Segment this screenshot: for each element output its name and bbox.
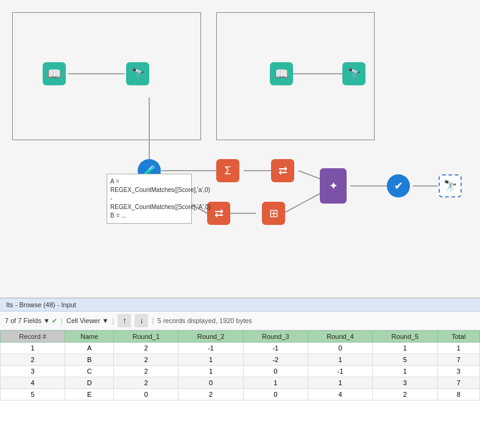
- col-record: Record #: [1, 331, 65, 343]
- table-row: 5E020428: [1, 389, 480, 400]
- transpose-tool-1[interactable]: ⇄: [271, 159, 294, 182]
- table-row: 1A2-1-1011: [1, 343, 480, 354]
- cell-value: 3: [373, 377, 437, 389]
- cell-record: 5: [1, 389, 65, 400]
- cell-viewer-button[interactable]: Cell Viewer ▼: [66, 317, 108, 324]
- svg-line-3: [298, 171, 323, 180]
- records-info: 5 records displayed, 1920 bytes: [158, 317, 252, 324]
- svg-line-7: [283, 192, 323, 213]
- reader-icon-left[interactable]: 📖: [43, 62, 66, 85]
- cell-value: 7: [437, 354, 479, 366]
- cell-value: 2: [114, 354, 178, 366]
- panel-title-text: Its - Browse (48) - Input: [6, 301, 76, 308]
- col-round2: Round_2: [178, 331, 243, 343]
- table-header-row: Record # Name Round_1 Round_2 Round_3 Ro…: [1, 331, 480, 343]
- data-table-container: Record # Name Round_1 Round_2 Round_3 Ro…: [0, 330, 480, 448]
- cell-name: D: [65, 377, 114, 389]
- canvas-area: 📖 🔭 📖 🔭 🧪 Σ ⇄ ⇄ ⊞: [0, 0, 480, 299]
- cell-value: 0: [178, 377, 243, 389]
- table-row: 2B21-2157: [1, 354, 480, 366]
- cell-value: 8: [437, 389, 479, 400]
- cell-value: 1: [437, 343, 479, 354]
- browse-output[interactable]: 🔭: [439, 174, 462, 197]
- cell-viewer-arrow: ▼: [102, 317, 108, 324]
- sort-down-button[interactable]: ↓: [135, 314, 148, 327]
- col-round5: Round_5: [373, 331, 437, 343]
- cell-value: 4: [308, 389, 372, 400]
- cell-name: B: [65, 354, 114, 366]
- col-round3: Round_3: [243, 331, 308, 343]
- reader-icon-right[interactable]: 📖: [270, 62, 293, 85]
- filter-icon-right[interactable]: 🔭: [342, 62, 365, 85]
- cell-value: 1: [308, 377, 372, 389]
- cell-value: 2: [114, 366, 178, 377]
- down-arrow-icon: ▼: [43, 317, 50, 324]
- cell-value: 1: [178, 366, 243, 377]
- cell-value: 0: [308, 343, 372, 354]
- cell-value: 5: [373, 354, 437, 366]
- main-container: 📖 🔭 📖 🔭 🧪 Σ ⇄ ⇄ ⊞: [0, 0, 480, 448]
- cell-value: 0: [243, 366, 308, 377]
- cell-value: 1: [373, 366, 437, 377]
- check-icon: ✔: [52, 317, 57, 325]
- fields-button[interactable]: 7 of 7 Fields ▼ ✔: [5, 317, 57, 325]
- cell-value: -1: [178, 343, 243, 354]
- panel-title: Its - Browse (48) - Input: [0, 299, 480, 311]
- bottom-panel: Its - Browse (48) - Input 7 of 7 Fields …: [0, 299, 480, 448]
- col-name: Name: [65, 331, 114, 343]
- cell-value: 1: [373, 343, 437, 354]
- validate-tool[interactable]: ✔: [387, 174, 410, 197]
- table-row: 3C210-113: [1, 366, 480, 377]
- filter-icon-left[interactable]: 🔭: [126, 62, 149, 85]
- toolbar-row: 7 of 7 Fields ▼ ✔ | Cell Viewer ▼ | ↑ ↓ …: [0, 311, 480, 330]
- formula-box: A = REGEX_CountMatches([Score],'a',0) - …: [107, 174, 192, 224]
- cell-value: 2: [114, 377, 178, 389]
- col-round1: Round_1: [114, 331, 178, 343]
- cell-value: 0: [114, 389, 178, 400]
- union-tool[interactable]: ✦: [320, 168, 347, 204]
- cell-record: 4: [1, 377, 65, 389]
- col-total: Total: [437, 331, 479, 343]
- cell-record: 1: [1, 343, 65, 354]
- cell-value: 1: [178, 354, 243, 366]
- cell-value: 2: [373, 389, 437, 400]
- cell-value: 2: [178, 389, 243, 400]
- box-left: [12, 12, 201, 140]
- cell-record: 2: [1, 354, 65, 366]
- cell-viewer-label: Cell Viewer: [66, 317, 100, 324]
- fields-label: 7 of 7 Fields: [5, 317, 41, 324]
- cell-record: 3: [1, 366, 65, 377]
- cell-value: 1: [308, 354, 372, 366]
- cell-value: 2: [114, 343, 178, 354]
- formula-text: A = REGEX_CountMatches([Score],'a',0) - …: [110, 178, 211, 219]
- table-row: 4D201137: [1, 377, 480, 389]
- cell-value: -1: [243, 343, 308, 354]
- cell-value: 7: [437, 377, 479, 389]
- cell-value: -2: [243, 354, 308, 366]
- col-round4: Round_4: [308, 331, 372, 343]
- cell-name: A: [65, 343, 114, 354]
- cell-value: 1: [243, 377, 308, 389]
- cell-value: 0: [243, 389, 308, 400]
- cell-name: E: [65, 389, 114, 400]
- summarize-tool[interactable]: Σ: [216, 159, 239, 182]
- cell-name: C: [65, 366, 114, 377]
- data-table: Record # Name Round_1 Round_2 Round_3 Ro…: [0, 330, 480, 400]
- sort-up-button[interactable]: ↑: [118, 314, 131, 327]
- cell-value: 3: [437, 366, 479, 377]
- join-tool[interactable]: ⊞: [262, 202, 285, 225]
- cell-value: -1: [308, 366, 372, 377]
